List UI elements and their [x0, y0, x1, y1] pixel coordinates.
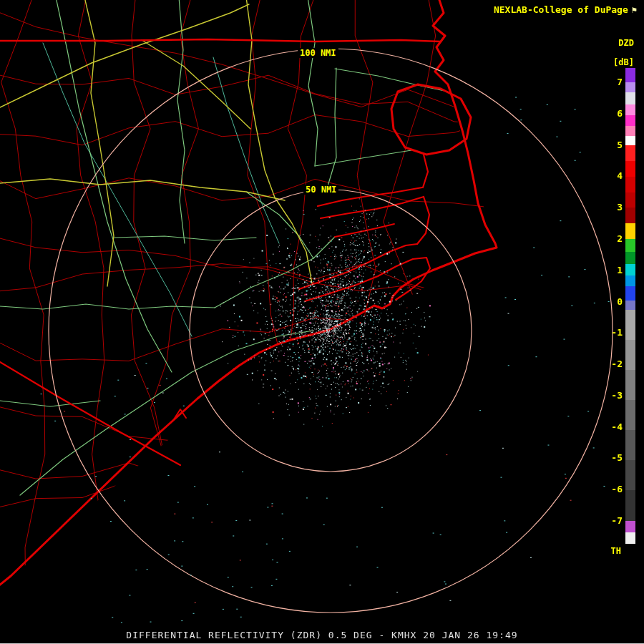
colorbar-tick: -1 — [611, 327, 623, 338]
range-ring-label-50nmi: 50 NMI — [303, 185, 338, 195]
colorbar-segment — [625, 301, 635, 310]
colorbar-segment — [625, 104, 635, 115]
colorbar-segment — [625, 521, 635, 532]
colorbar-segment — [625, 82, 635, 92]
colorbar-segment — [625, 115, 635, 126]
colorbar-segment — [625, 264, 635, 275]
colorbar-segment — [625, 126, 635, 136]
page-title: NEXLAB-College of DuPage⚑ — [494, 4, 637, 15]
colorbar-segment — [625, 239, 635, 252]
colorbar-segment — [625, 161, 635, 177]
radar-display: NEXLAB-College of DuPage⚑ DZD [dB] TH 10… — [0, 0, 644, 644]
colorbar-tick: -2 — [611, 358, 623, 370]
colorbar-tick: 6 — [617, 108, 623, 119]
colorbar-bottom-label: TH — [611, 546, 621, 556]
colorbar-segment — [625, 252, 635, 264]
colorbar-units-label: [dB] — [613, 57, 634, 67]
source-title-text: NEXLAB-College of DuPage — [494, 4, 628, 15]
colorbar-segment — [625, 400, 635, 430]
colorbar-segment — [625, 430, 635, 460]
colorbar-product-label: DZD — [618, 38, 634, 48]
colorbar-segment — [625, 275, 635, 286]
footer-caption: DIFFERENTIAL REFLECTIVITY (ZDR) 0.5 DEG … — [0, 630, 644, 640]
colorbar-segment — [625, 370, 635, 400]
radar-map-canvas — [0, 0, 644, 644]
colorbar-tick: -6 — [611, 484, 623, 495]
colorbar-tick: 2 — [617, 233, 623, 245]
colorbar-segment — [625, 490, 635, 521]
colorbar-tick: 5 — [617, 140, 623, 151]
colorbar-segment — [625, 223, 635, 239]
colorbar-segment — [625, 460, 635, 490]
colorbar-tick: 7 — [617, 77, 623, 88]
colorbar-segment — [625, 136, 635, 145]
colorbar-segment — [625, 177, 635, 192]
colorbar-tick: 0 — [617, 296, 623, 308]
colorbar-segment — [625, 92, 635, 104]
colorbar-tick: -3 — [611, 390, 623, 401]
colorbar-tick: -4 — [611, 421, 623, 433]
cod-logo-icon: ⚑ — [632, 5, 637, 15]
colorbar-tick: -7 — [611, 515, 623, 527]
colorbar-segment — [625, 532, 635, 544]
range-ring-label-100nmi: 100 NMI — [298, 48, 338, 58]
colorbar-tick: 1 — [617, 265, 623, 276]
colorbar-tick: -5 — [611, 452, 623, 464]
colorbar-segment — [625, 310, 635, 340]
colorbar — [625, 68, 635, 544]
colorbar-segment — [625, 208, 635, 223]
colorbar-segment — [625, 145, 635, 161]
colorbar-segment — [625, 192, 635, 208]
colorbar-tick: 3 — [617, 202, 623, 213]
colorbar-segment — [625, 68, 635, 82]
colorbar-segment — [625, 340, 635, 370]
colorbar-tick: 4 — [617, 170, 623, 182]
colorbar-segment — [625, 286, 635, 301]
